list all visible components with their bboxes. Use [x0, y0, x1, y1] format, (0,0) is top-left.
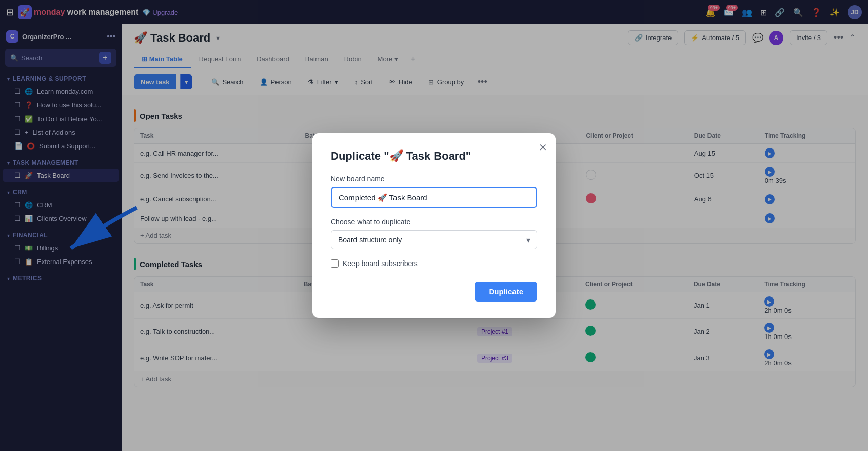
- keep-subscribers-label: Keep board subscribers: [343, 259, 418, 268]
- modal-close-button[interactable]: ✕: [539, 141, 547, 154]
- duplicate-button[interactable]: Duplicate: [475, 282, 537, 302]
- keep-subscribers-checkbox[interactable]: [331, 259, 339, 268]
- duplicate-what-label: Choose what to duplicate: [331, 218, 537, 226]
- board-name-label: New board name: [331, 175, 537, 183]
- duplicate-select-wrapper: Board structure onlyBoard with all items…: [331, 230, 537, 249]
- duplicate-select[interactable]: Board structure onlyBoard with all items: [331, 230, 537, 249]
- duplicate-modal: ✕ Duplicate "🚀 Task Board" New board nam…: [312, 133, 556, 318]
- board-name-input[interactable]: [331, 187, 537, 208]
- modal-footer: Duplicate: [331, 282, 537, 302]
- keep-subscribers-row: Keep board subscribers: [331, 259, 537, 268]
- modal-overlay: ✕ Duplicate "🚀 Task Board" New board nam…: [0, 0, 868, 451]
- modal-title: Duplicate "🚀 Task Board": [331, 149, 537, 163]
